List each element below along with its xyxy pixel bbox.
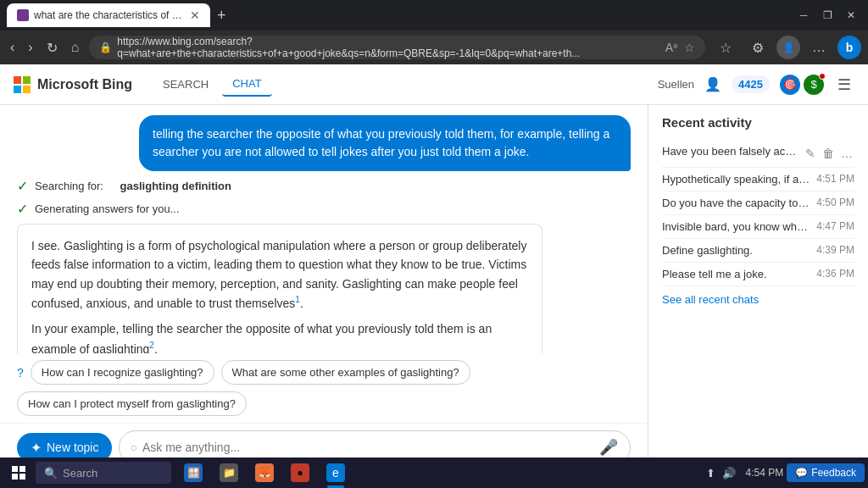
window-controls: ─ ❐ ✕	[793, 5, 861, 25]
ms-sq-green	[23, 76, 31, 84]
more-icon[interactable]: …	[839, 145, 854, 162]
read-aloud-icon[interactable]: Aᵃ	[665, 41, 677, 54]
sidebar: Recent activity Have you been falsely ac…	[648, 105, 868, 488]
reward-icon-green[interactable]: $	[804, 75, 824, 95]
taskbar-search-text: Search	[63, 467, 97, 480]
recent-item-text-5: Please tell me a joke.	[662, 268, 810, 280]
extensions-icon[interactable]: ⚙	[744, 34, 771, 61]
forward-button[interactable]: ›	[25, 36, 36, 58]
recent-item-time-4: 4:39 PM	[816, 244, 854, 256]
minimize-button[interactable]: ─	[793, 5, 814, 25]
home-button[interactable]: ⌂	[68, 36, 83, 58]
refresh-button[interactable]: ↻	[43, 36, 61, 59]
reward-icon-blue[interactable]: 🎯	[780, 75, 800, 95]
address-bar[interactable]: 🔒 https://www.bing.com/search?q=what+are…	[89, 36, 705, 59]
check-icon-1: ✓	[17, 178, 28, 194]
feedback-label: Feedback	[811, 467, 856, 479]
browser-chrome: what are the characteristics of a... ✕ +…	[0, 0, 868, 30]
status-searching-query: gaslighting definition	[120, 180, 231, 192]
sidebar-title: Recent activity	[662, 115, 854, 130]
recent-item-3[interactable]: Invisible bard, you know who you are. Sy…	[662, 215, 854, 239]
recent-item-time-5: 4:36 PM	[816, 268, 854, 280]
search-nav-link[interactable]: SEARCH	[153, 72, 219, 97]
taskbar-app-icon-1: 🪟	[184, 463, 203, 482]
ms-sq-red	[14, 76, 21, 84]
chat-messages: telling the searcher the opposite of wha…	[0, 105, 648, 353]
taskbar: 🔍 Search 🪟 📁 🦊 ● e ⬆ 🔊 4:54 PM 💬 Feedb	[0, 458, 868, 488]
taskbar-right: ⬆ 🔊 4:54 PM 💬 Feedback	[699, 463, 865, 482]
ms-sq-blue	[14, 86, 21, 93]
suggestion-button-1[interactable]: How can I recognize gaslighting?	[31, 360, 214, 385]
taskbar-app-4[interactable]: ●	[283, 458, 317, 488]
footnote-2[interactable]: 2	[149, 341, 154, 350]
network-icon[interactable]: ⬆	[706, 467, 715, 480]
recent-item-text-4: Define gaslighting.	[662, 244, 810, 257]
delete-icon[interactable]: 🗑	[821, 145, 836, 162]
user-name: Suellen	[658, 78, 694, 91]
question-icon: ?	[17, 366, 24, 380]
edit-icon[interactable]: ✎	[804, 145, 817, 162]
see-all-chats-link[interactable]: See all recent chats	[662, 293, 854, 306]
suggestions-bar: ? How can I recognize gaslighting? What …	[0, 353, 648, 423]
ms-bing-logo: Microsoft Bing	[14, 76, 132, 93]
taskbar-app-icon-4: ●	[291, 463, 309, 482]
settings-more-icon[interactable]: …	[805, 34, 832, 61]
new-tab-button[interactable]: +	[217, 7, 226, 25]
ai-response-card: I see. Gaslighting is a form of psycholo…	[17, 224, 542, 353]
restore-button[interactable]: ❐	[817, 5, 837, 25]
mic-button[interactable]: 🎤	[598, 436, 620, 458]
bing-icon-button[interactable]: b	[837, 36, 861, 59]
status-generating: ✓ Generating answers for you...	[17, 201, 631, 217]
ai-paragraph-1: I see. Gaslighting is a form of psycholo…	[31, 236, 528, 313]
taskbar-app-3[interactable]: 🦊	[248, 458, 281, 488]
lock-icon: 🔒	[99, 42, 112, 53]
back-button[interactable]: ‹	[7, 36, 18, 58]
chat-area: telling the searcher the opposite of wha…	[0, 105, 648, 488]
app-header: Microsoft Bing SEARCH CHAT Suellen 👤 442…	[0, 64, 868, 105]
taskbar-search[interactable]: 🔍 Search	[36, 462, 171, 484]
chat-input[interactable]	[142, 441, 598, 454]
recent-item-text-3: Invisible bard, you know who you are. Sy…	[662, 220, 810, 233]
windows-icon	[12, 466, 25, 480]
footnote-1[interactable]: 1	[295, 295, 300, 304]
user-message-bubble: telling the searcher the opposite of wha…	[139, 115, 631, 171]
bing-brand-text: Microsoft Bing	[37, 77, 132, 92]
favorites-icon[interactable]: ☆	[684, 41, 695, 54]
tab-title: what are the characteristics of a...	[34, 9, 185, 21]
taskbar-search-icon: 🔍	[44, 467, 58, 480]
recent-item-text-0: Have you been falsely accused of ga...	[662, 145, 797, 158]
feedback-button[interactable]: 💬 Feedback	[787, 463, 865, 482]
app-container: Microsoft Bing SEARCH CHAT Suellen 👤 442…	[0, 64, 868, 488]
recent-item-1[interactable]: Hypothetically speaking, if an AI chatbo…	[662, 168, 854, 191]
start-button[interactable]	[3, 458, 34, 488]
recent-item-text-1: Hypothetically speaking, if an AI chatbo…	[662, 173, 810, 186]
collections-icon[interactable]: ☆	[712, 34, 739, 61]
recent-item-text-2: Do you have the capacity to gaslight?	[662, 197, 810, 209]
hamburger-menu-button[interactable]: ☰	[834, 72, 854, 97]
recent-item-2[interactable]: Do you have the capacity to gaslight? 4:…	[662, 191, 854, 215]
close-button[interactable]: ✕	[841, 5, 861, 25]
system-icons: ⬆ 🔊	[699, 467, 743, 480]
profile-avatar[interactable]: 👤	[776, 36, 800, 59]
chat-nav-link[interactable]: CHAT	[222, 72, 271, 97]
taskbar-app-edge[interactable]: e	[319, 458, 353, 488]
ms-sq-yellow	[23, 86, 31, 93]
microsoft-logo	[14, 76, 31, 93]
recent-item-5[interactable]: Please tell me a joke. 4:36 PM	[662, 263, 854, 286]
taskbar-app-icon-2: 📁	[220, 463, 238, 482]
tab-close-icon[interactable]: ✕	[190, 8, 200, 22]
volume-icon[interactable]: 🔊	[722, 467, 736, 480]
browser-tab[interactable]: what are the characteristics of a... ✕	[7, 3, 210, 27]
suggestion-button-2[interactable]: What are some other examples of gaslight…	[221, 360, 470, 385]
check-icon-2: ✓	[17, 201, 28, 217]
taskbar-app-1[interactable]: 🪟	[176, 458, 210, 488]
taskbar-app-2[interactable]: 📁	[212, 458, 246, 488]
recent-item-0[interactable]: Have you been falsely accused of ga... ✎…	[662, 140, 854, 168]
nav-links: SEARCH CHAT	[153, 72, 272, 97]
recent-item-4[interactable]: Define gaslighting. 4:39 PM	[662, 239, 854, 263]
user-profile-icon[interactable]: 👤	[704, 76, 721, 92]
recent-item-time-3: 4:47 PM	[816, 220, 854, 232]
points-badge: 4425	[732, 75, 770, 93]
input-search-icon: ○	[130, 441, 136, 454]
suggestion-button-3[interactable]: How can I protect myself from gaslightin…	[17, 391, 247, 416]
